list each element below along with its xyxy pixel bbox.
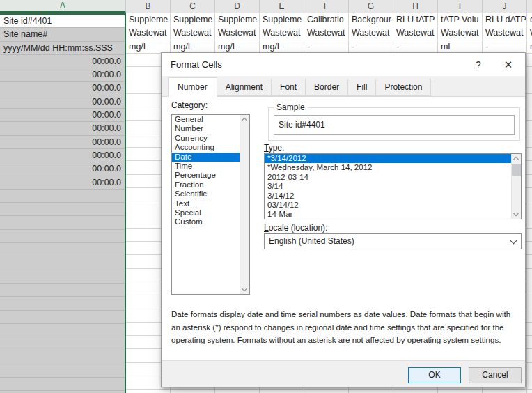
selected-column-a[interactable]: Site id#4401Site name#yyyy/MM/dd HH:mm:s… — [0, 13, 126, 393]
type-item[interactable]: 3/14/12 — [265, 192, 521, 201]
column-a-cell[interactable]: 00:00.0 — [0, 176, 125, 190]
category-item[interactable]: Custom — [172, 217, 249, 226]
column-a-cell[interactable] — [0, 270, 125, 284]
column-a-cell[interactable] — [0, 364, 125, 378]
sheet-cell[interactable]: Wastewat — [438, 26, 483, 40]
column-a-cell[interactable]: yyyy/MM/dd HH:mm:ss.SSS — [0, 42, 125, 55]
chevron-up-icon[interactable] — [242, 118, 247, 123]
column-header[interactable]: D — [215, 0, 260, 13]
type-item[interactable]: 2012-03-14 — [265, 173, 521, 182]
column-a-cell[interactable]: Site name# — [0, 28, 125, 41]
column-a-cell[interactable] — [0, 203, 125, 216]
sheet-cell[interactable]: ml — [438, 40, 483, 54]
sheet-cell[interactable]: Suppleme — [126, 13, 171, 26]
category-listbox[interactable]: GeneralNumberCurrencyAccountingDateTimeP… — [171, 114, 250, 295]
category-item[interactable]: Percentage — [172, 171, 249, 180]
category-scrollbar[interactable] — [240, 115, 249, 294]
sheet-cell[interactable]: mg/L — [171, 40, 215, 54]
sheet-cell[interactable]: Wastewat — [171, 26, 215, 40]
sheet-cell[interactable]: Suppleme — [171, 13, 215, 26]
category-item[interactable]: Accounting — [172, 143, 249, 152]
dialog-tab[interactable]: Number — [168, 77, 217, 97]
sheet-cell[interactable]: mg/L — [126, 40, 171, 54]
category-item[interactable]: Text — [172, 199, 249, 208]
column-a-cell[interactable] — [0, 337, 125, 350]
column-header[interactable]: B — [126, 0, 171, 13]
column-a-cell[interactable] — [0, 190, 125, 203]
column-a-cell[interactable]: 00:00.0 — [0, 55, 125, 68]
sheet-cell[interactable]: Wastewat — [260, 26, 304, 40]
sheet-cell[interactable]: Backgrour — [349, 13, 393, 26]
column-a-cell[interactable] — [0, 350, 125, 364]
sheet-cell[interactable]: mg/L — [215, 40, 260, 54]
column-header[interactable]: I — [438, 0, 483, 13]
type-scrollbar[interactable] — [511, 154, 521, 219]
column-a-cell[interactable] — [0, 256, 125, 270]
sheet-cell[interactable]: Calibratio — [304, 13, 349, 26]
type-item[interactable]: *Wednesday, March 14, 2012 — [265, 163, 521, 172]
sheet-cell[interactable]: Wastewat — [215, 26, 260, 40]
column-a-cell[interactable]: 00:00.0 — [0, 109, 125, 122]
column-a-cell[interactable]: 00:00.0 — [0, 162, 125, 176]
column-header-partial[interactable] — [527, 0, 532, 13]
column-a-cell[interactable]: Site id#4401 — [0, 15, 125, 28]
sheet-cell[interactable]: - — [304, 40, 349, 54]
cancel-button[interactable]: Cancel — [469, 367, 522, 383]
column-header[interactable]: G — [349, 0, 393, 13]
column-a-cell[interactable] — [0, 324, 125, 337]
locale-dropdown[interactable]: English (United States) — [264, 233, 522, 249]
sheet-cell[interactable]: - — [349, 40, 393, 54]
category-item[interactable]: Number — [172, 124, 249, 133]
sheet-cell[interactable]: Wastewat — [483, 26, 527, 40]
sheet-cell[interactable]: RLU dATP — [483, 13, 527, 26]
help-icon[interactable]: ? — [465, 53, 492, 76]
sheet-cell[interactable]: Wastewat — [126, 26, 171, 40]
column-a-cell[interactable] — [0, 243, 125, 256]
dialog-tab[interactable]: Fill — [347, 79, 376, 96]
sheet-cell[interactable]: m — [527, 40, 532, 54]
column-a-cell[interactable]: 00:00.0 — [0, 149, 125, 162]
column-header[interactable]: F — [304, 0, 349, 13]
sheet-cell[interactable]: Suppleme — [260, 13, 304, 26]
sheet-cell[interactable]: W — [527, 26, 532, 40]
column-header[interactable]: J — [483, 0, 527, 13]
category-item[interactable]: Currency — [172, 134, 249, 143]
sheet-cell[interactable]: - — [483, 40, 527, 54]
column-a-cell[interactable]: 00:00.0 — [0, 68, 125, 82]
column-header[interactable]: A — [0, 0, 126, 13]
dialog-tab[interactable]: Border — [305, 79, 348, 96]
category-item[interactable]: Time — [172, 162, 249, 171]
category-item[interactable]: General — [172, 115, 249, 124]
sheet-cell[interactable]: RLU tATP — [393, 13, 438, 26]
dialog-tab[interactable]: Protection — [375, 79, 431, 96]
sheet-cell[interactable]: d — [527, 13, 532, 26]
dialog-tab[interactable]: Alignment — [217, 79, 272, 96]
chevron-down-icon[interactable] — [242, 286, 247, 291]
column-a-cell[interactable] — [0, 216, 125, 229]
sheet-cell[interactable]: mg/L — [260, 40, 304, 54]
chevron-up-icon[interactable] — [513, 157, 519, 162]
category-item[interactable]: Special — [172, 208, 249, 217]
sheet-cell[interactable]: Wastewat — [393, 26, 438, 40]
type-item[interactable]: 14-Mar — [265, 210, 521, 219]
dialog-tab[interactable]: Font — [271, 79, 306, 96]
column-a-cell[interactable] — [0, 378, 125, 391]
sheet-cell[interactable]: Wastewat — [304, 26, 349, 40]
type-item[interactable]: 03/14/12 — [265, 201, 521, 210]
type-listbox[interactable]: *3/14/2012*Wednesday, March 14, 20122012… — [264, 153, 522, 219]
column-a-cell[interactable]: 00:00.0 — [0, 122, 125, 135]
column-a-cell[interactable] — [0, 284, 125, 297]
category-item[interactable]: Scientific — [172, 190, 249, 199]
ok-button[interactable]: OK — [408, 367, 461, 383]
close-icon[interactable]: ✕ — [492, 53, 525, 76]
category-item[interactable]: Date — [172, 153, 249, 162]
sheet-cell[interactable]: tATP Volu — [438, 13, 483, 26]
type-item[interactable]: *3/14/2012 — [265, 154, 521, 163]
column-a-cell[interactable] — [0, 311, 125, 324]
sheet-cell[interactable]: Suppleme — [215, 13, 260, 26]
column-header[interactable]: C — [171, 0, 215, 13]
column-header[interactable]: H — [393, 0, 438, 13]
column-a-cell[interactable]: 00:00.0 — [0, 136, 125, 149]
column-a-cell[interactable]: 00:00.0 — [0, 95, 125, 109]
column-a-cell[interactable] — [0, 230, 125, 243]
